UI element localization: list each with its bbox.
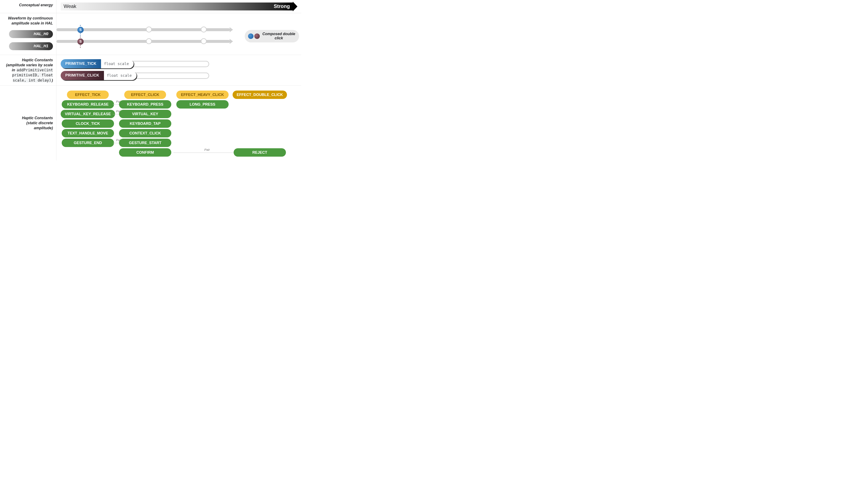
energy-strong-label: Strong	[274, 3, 290, 9]
const-long-press: LONG_PRESS	[176, 100, 228, 108]
primitive-click-row: PRIMITIVE_CLICK float scale	[61, 71, 297, 81]
code-addprimitive: addPrimitive(int primitiveID, float scal…	[12, 68, 53, 83]
effect-double-click: EFFECT_DOUBLE_CLICK	[232, 91, 287, 99]
hal-h1-dot-right	[201, 38, 207, 44]
green-row-3: CLOCK_TICK KEYBOARD_TAP	[61, 120, 297, 128]
blue-dot-icon	[248, 33, 253, 39]
primitive-click-scale: float scale	[104, 71, 136, 79]
row-static-constants: Haptic Constants (static discrete amplit…	[0, 85, 301, 160]
primitive-tick-row: PRIMITIVE_TICK float scale	[61, 59, 297, 69]
green-row-4: TEXT_HANDLE_MOVE CONTEXT_CLICK	[61, 129, 297, 137]
hal-h1-dot-mid	[146, 38, 152, 44]
primitive-tick-label: PRIMITIVE_TICK	[61, 59, 101, 68]
green-row-5: GESTURE_END Pair GESTURE_START	[61, 139, 297, 147]
const-virtual-key-release: VIRTUAL_KEY_RELEASE	[61, 110, 115, 118]
hal-h0-dot-right	[201, 27, 207, 32]
primitive-tick-scale: float scale	[101, 60, 133, 68]
const-confirm: CONFIRM	[119, 148, 171, 157]
energy-weak-label: Weak	[64, 3, 76, 9]
green-row-2: VIRTUAL_KEY_RELEASE Pair VIRTUAL_KEY	[61, 110, 297, 118]
effect-click: EFFECT_CLICK	[124, 91, 166, 99]
const-gesture-end: GESTURE_END	[62, 139, 114, 147]
hal-h0-tick2	[80, 33, 81, 36]
row-primitives: Haptic Constants (amplitude varies by sc…	[0, 55, 301, 85]
primitive-tick-pill: PRIMITIVE_TICK float scale	[61, 59, 134, 68]
effect-tick: EFFECT_TICK	[67, 91, 109, 99]
const-keyboard-release: KEYBOARD_RELEASE	[62, 100, 114, 108]
const-keyboard-tap: KEYBOARD_TAP	[119, 120, 171, 128]
pair-connector-6	[174, 153, 241, 153]
hal-h1-s-marker: S	[78, 38, 84, 45]
primitive-click-label: PRIMITIVE_CLICK	[61, 71, 104, 80]
const-gesture-start: GESTURE_START	[119, 139, 171, 147]
const-clock-tick: CLOCK_TICK	[62, 120, 114, 128]
row-conceptual-energy: Conceptual energy Weak Strong	[0, 0, 301, 13]
pair-label-6: Pair	[204, 148, 211, 152]
hal-h1-tick2	[80, 45, 81, 48]
composed-double-click-badge: Composed double click	[245, 30, 299, 42]
label-primitives: Haptic Constants (amplitude varies by sc…	[0, 55, 57, 85]
const-context-click: CONTEXT_CLICK	[119, 129, 171, 137]
green-row-6: CONFIRM Pair REJECT	[61, 148, 297, 157]
maroon-dot-icon	[254, 33, 260, 39]
green-row-1: KEYBOARD_RELEASE Pair KEYBOARD_PRESS LON…	[61, 100, 297, 108]
label-waveform: Waveform by continuous amplitude scale i…	[0, 13, 57, 55]
hal-h0-dot-mid	[146, 27, 152, 32]
const-keyboard-press: KEYBOARD_PRESS	[119, 100, 171, 108]
hal-h1-pill: HAL_H1	[9, 42, 53, 50]
row-waveform-hal: Waveform by continuous amplitude scale i…	[0, 13, 301, 55]
haptics-energy-diagram: Conceptual energy Weak Strong Waveform b…	[0, 0, 301, 160]
const-text-handle-move: TEXT_HANDLE_MOVE	[62, 129, 114, 137]
effects-row: EFFECT_TICK EFFECT_CLICK EFFECT_HEAVY_CL…	[61, 91, 297, 99]
composed-label: Composed double click	[262, 32, 296, 40]
energy-gradient-arrow: Weak Strong	[61, 2, 293, 10]
effect-heavy-click: EFFECT_HEAVY_CLICK	[176, 91, 228, 99]
label-static-constants: Haptic Constants (static discrete amplit…	[0, 86, 57, 160]
primitive-click-pill: PRIMITIVE_CLICK float scale	[61, 71, 136, 80]
const-reject: REJECT	[234, 148, 286, 157]
hal-h0-s-marker: S	[78, 27, 84, 33]
label-conceptual-energy: Conceptual energy	[0, 0, 57, 13]
const-virtual-key: VIRTUAL_KEY	[119, 110, 171, 118]
hal-h0-pill: HAL_H0	[9, 30, 53, 38]
dot-pair-icon	[248, 33, 260, 39]
